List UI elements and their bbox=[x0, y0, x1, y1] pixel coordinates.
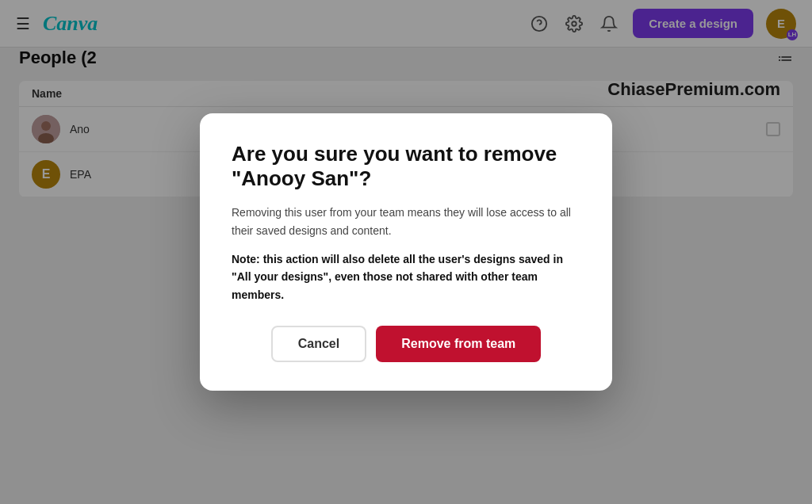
overlay: Are you sure you want to remove "Anooy S… bbox=[0, 0, 812, 504]
modal-actions: Cancel Remove from team bbox=[232, 326, 580, 362]
remove-from-team-button[interactable]: Remove from team bbox=[376, 326, 541, 362]
cancel-button[interactable]: Cancel bbox=[271, 326, 366, 362]
modal-body: Removing this user from your team means … bbox=[232, 204, 580, 239]
modal-title: Are you sure you want to remove "Anooy S… bbox=[232, 142, 580, 191]
confirmation-modal: Are you sure you want to remove "Anooy S… bbox=[200, 113, 612, 391]
modal-note: Note: this action will also delete all t… bbox=[232, 250, 580, 304]
